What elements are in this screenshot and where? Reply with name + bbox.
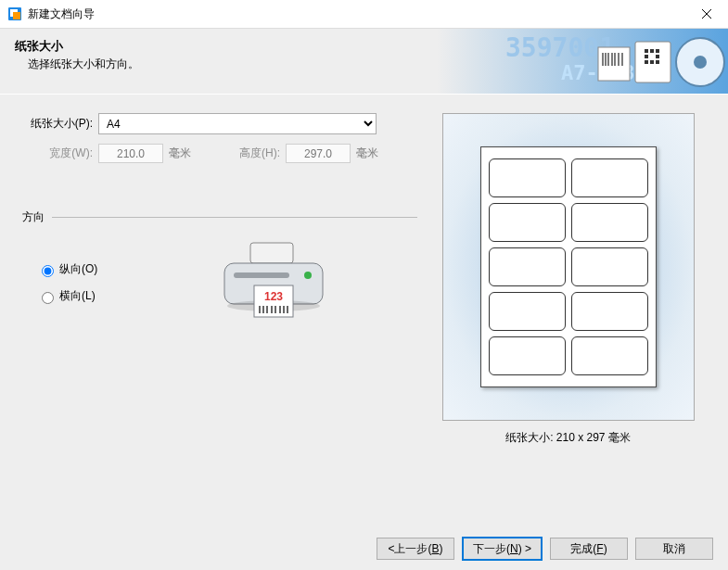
svg-rect-2 (13, 12, 20, 19)
width-label: 宽度(W): (19, 146, 98, 161)
preview-caption-value: 210 x 297 毫米 (556, 431, 631, 444)
svg-rect-19 (650, 49, 654, 53)
preview-label-cell (571, 158, 648, 197)
preview-label-cell (489, 203, 566, 242)
svg-point-29 (304, 272, 312, 279)
legend-divider (52, 217, 417, 218)
preview-label-grid (489, 158, 648, 375)
preview-caption: 纸张大小: 210 x 297 毫米 (505, 430, 631, 446)
svg-rect-21 (645, 55, 648, 58)
svg-rect-28 (234, 272, 289, 278)
portrait-radio-input[interactable] (42, 265, 54, 277)
width-unit: 毫米 (169, 146, 206, 161)
svg-point-8 (694, 56, 707, 69)
height-label: 高度(H): (224, 146, 286, 161)
preview-sheet (480, 146, 657, 387)
wizard-footer: <上一步(B) 下一步(N) > 完成(F) 取消 (0, 527, 728, 570)
width-field: 210.0 (98, 144, 163, 163)
next-button[interactable]: 下一步(N) > (462, 537, 543, 561)
svg-rect-20 (656, 49, 659, 53)
orientation-group: 方向 纵向(O) 横向(L) (19, 219, 427, 334)
paper-preview (442, 113, 695, 421)
preview-label-cell (489, 158, 566, 197)
svg-rect-18 (645, 49, 648, 53)
preview-column: 纸张大小: 210 x 297 毫米 (427, 113, 709, 518)
orientation-legend: 方向 (19, 209, 48, 225)
preview-label-cell (571, 292, 648, 331)
svg-rect-25 (656, 60, 659, 64)
app-icon (7, 6, 22, 21)
landscape-radio-input[interactable] (42, 292, 54, 304)
cancel-button[interactable]: 取消 (635, 538, 713, 560)
svg-text:123: 123 (264, 290, 283, 303)
window-title: 新建文档向导 (28, 6, 685, 22)
landscape-radio[interactable]: 横向(L) (37, 288, 223, 304)
height-field: 297.0 (286, 144, 351, 163)
title-bar: 新建文档向导 (0, 0, 728, 28)
preview-caption-prefix: 纸张大小: (505, 431, 556, 444)
svg-rect-24 (650, 60, 654, 64)
svg-rect-22 (656, 55, 659, 58)
printer-icon: 123 (223, 232, 325, 334)
svg-rect-26 (250, 243, 293, 263)
portrait-radio[interactable]: 纵向(O) (37, 261, 223, 277)
wizard-window: 新建文档向导 纸张大小 选择纸张大小和方向。 3597001 A7-118 (0, 0, 728, 570)
preview-label-cell (489, 292, 566, 331)
portrait-label: 纵向(O) (59, 261, 97, 277)
preview-label-cell (571, 336, 648, 375)
preview-label-cell (489, 336, 566, 375)
back-button[interactable]: <上一步(B) (377, 538, 454, 560)
svg-rect-23 (645, 60, 648, 64)
paper-size-select[interactable]: A4 (98, 113, 377, 134)
preview-label-cell (571, 203, 648, 242)
wizard-body: 纸张大小(P): A4 宽度(W): 210.0 毫米 高度(H): 297.0… (0, 95, 728, 527)
finish-button[interactable]: 完成(F) (550, 538, 628, 560)
paper-size-label: 纸张大小(P): (19, 116, 98, 132)
close-button[interactable] (685, 0, 728, 28)
header-artwork: 3597001 A7-118 (450, 29, 728, 95)
form-column: 纸张大小(P): A4 宽度(W): 210.0 毫米 高度(H): 297.0… (19, 113, 427, 518)
preview-label-cell (489, 247, 566, 286)
wizard-header: 纸张大小 选择纸张大小和方向。 3597001 A7-118 (0, 28, 728, 95)
height-unit: 毫米 (356, 146, 393, 161)
landscape-label: 横向(L) (59, 288, 96, 304)
preview-label-cell (571, 247, 648, 286)
